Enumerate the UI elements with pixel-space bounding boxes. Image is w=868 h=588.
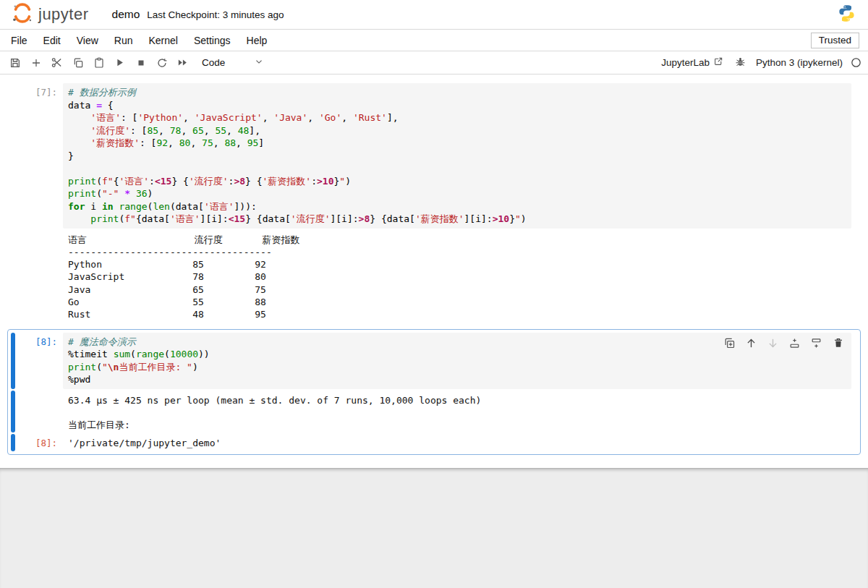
cell-type-value: Code [202, 57, 225, 68]
cell-7-code-editor[interactable]: # 数据分析示例data = { '语言': ['Python', 'JavaS… [63, 83, 851, 229]
top-bar: jupyter demo Last Checkpoint: 3 minutes … [0, 0, 868, 30]
copy-cells-icon [72, 57, 84, 69]
kernel-idle-circle-icon[interactable] [850, 56, 862, 69]
menu-file[interactable]: File [3, 32, 35, 49]
cut-cells-button[interactable] [46, 54, 67, 72]
delete-cell-button[interactable] [829, 336, 847, 353]
insert-cell-above-icon [788, 337, 801, 351]
move-cell-up-icon [745, 337, 757, 351]
menu-run[interactable]: Run [106, 32, 141, 49]
cell-toolbar [720, 336, 847, 353]
cell-8-result-output-area: '/private/tmp/jupyter_demo' [63, 434, 851, 451]
add-cell-button[interactable] [25, 54, 46, 72]
cell-8-output-prompt: [8]: [15, 434, 63, 451]
cell-7-output-row: 语言 流行度 薪资指数 ----------------------------… [9, 230, 859, 323]
restart-kernel-icon [156, 57, 168, 69]
python-logo-icon [837, 4, 856, 26]
add-cell-icon [30, 57, 42, 69]
cell-7-output-prompt [15, 230, 63, 323]
cell-8-stream-output: 63.4 µs ± 425 ns per loop (mean ± std. d… [68, 394, 846, 432]
menu-settings[interactable]: Settings [186, 32, 239, 49]
save-icon [9, 57, 21, 69]
cell-8-execution-prompt: [8]: [15, 333, 63, 389]
debugger-button[interactable] [735, 56, 746, 69]
cell-8-input-row: [8]: # 魔法命令演示%timeit sum(range(10000))pr… [9, 333, 859, 389]
cell-8-output-row: 63.4 µs ± 425 ns per loop (mean ± std. d… [9, 391, 859, 433]
duplicate-cell-icon [723, 337, 736, 351]
checkpoint-status: Last Checkpoint: 3 minutes ago [147, 9, 284, 20]
interrupt-kernel-icon [136, 58, 146, 68]
cell-7-execution-prompt: [7]: [15, 83, 63, 229]
jupyter-notebook-app: jupyter demo Last Checkpoint: 3 minutes … [0, 0, 868, 588]
run-cell-button[interactable] [109, 54, 130, 72]
cell-7-input-row: [7]: # 数据分析示例data = { '语言': ['Python', '… [9, 83, 859, 229]
external-link-icon [713, 56, 723, 69]
notebook-toolbar: Code JupyterLab Python 3 (ipykernel) [0, 51, 868, 74]
restart-run-all-button[interactable] [172, 54, 193, 72]
run-cell-icon [114, 57, 125, 68]
cell-8-result-output: '/private/tmp/jupyter_demo' [68, 437, 846, 449]
jupyter-logo-text: jupyter [38, 5, 89, 24]
menu-edit[interactable]: Edit [35, 32, 69, 49]
notebook-area: [7]: # 数据分析示例data = { '语言': ['Python', '… [0, 74, 868, 455]
duplicate-cell-button[interactable] [720, 336, 739, 353]
cell-7-output-area: 语言 流行度 薪资指数 ----------------------------… [63, 230, 851, 323]
cell-8-result-row: [8]: '/private/tmp/jupyter_demo' [9, 434, 859, 451]
move-cell-down-button[interactable] [764, 336, 782, 353]
cell-8-stream-output-area: 63.4 µs ± 425 ns per loop (mean ± std. d… [63, 391, 851, 433]
insert-cell-above-button[interactable] [786, 336, 804, 353]
kernel-name[interactable]: Python 3 (ipykernel) [756, 57, 843, 68]
paste-cells-button[interactable] [88, 54, 109, 72]
menu-help[interactable]: Help [239, 32, 276, 49]
jupyter-logo[interactable]: jupyter [12, 2, 89, 27]
restart-run-all-icon [176, 56, 189, 69]
insert-cell-below-button[interactable] [807, 336, 825, 353]
bug-icon [735, 56, 746, 69]
jupyterlab-link-label: JupyterLab [661, 57, 710, 68]
delete-cell-icon [833, 337, 844, 351]
cell-7-stream-output: 语言 流行度 薪资指数 ----------------------------… [68, 234, 846, 321]
chevron-down-icon [225, 56, 264, 69]
menu-view[interactable]: View [69, 32, 106, 49]
save-button[interactable] [4, 54, 25, 72]
cell-type-dropdown[interactable]: Code [202, 56, 264, 69]
open-in-jupyterlab-link[interactable]: JupyterLab [661, 56, 723, 69]
cell-8-stream-prompt [15, 391, 63, 433]
paste-cells-icon [93, 57, 105, 69]
move-cell-up-button[interactable] [742, 336, 760, 353]
menu-kernel[interactable]: Kernel [140, 32, 185, 49]
page-background [0, 468, 868, 588]
insert-cell-below-icon [810, 337, 822, 351]
trusted-button[interactable]: Trusted [811, 33, 859, 48]
interrupt-kernel-button[interactable] [130, 54, 151, 72]
cut-cells-icon [51, 56, 63, 69]
code-cell-8: [8]: # 魔法命令演示%timeit sum(range(10000))pr… [7, 329, 861, 455]
code-cell-7: [7]: # 数据分析示例data = { '语言': ['Python', '… [7, 80, 861, 326]
jupyter-logo-icon [12, 2, 33, 27]
notebook-filename[interactable]: demo [112, 8, 140, 21]
restart-kernel-button[interactable] [151, 54, 172, 72]
move-cell-down-icon [767, 337, 779, 351]
menu-bar: File Edit View Run Kernel Settings Help … [0, 30, 868, 51]
copy-cells-button[interactable] [67, 54, 88, 72]
